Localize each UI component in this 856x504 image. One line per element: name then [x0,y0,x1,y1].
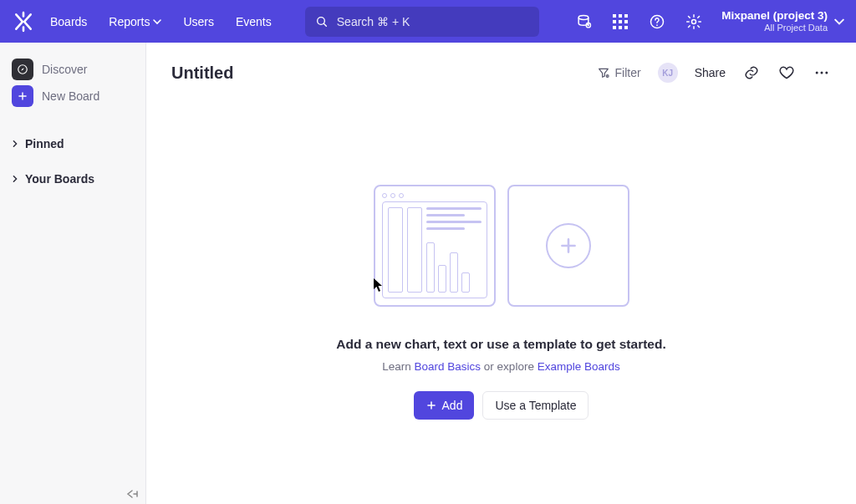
sidebar-discover[interactable]: Discover [8,56,137,83]
project-info: Mixpanel (project 3) All Project Data [721,9,828,33]
apps-icon[interactable] [611,13,629,31]
svg-point-19 [825,72,828,74]
svg-rect-10 [619,26,622,29]
search-icon [315,15,329,28]
app-logo[interactable] [8,7,38,37]
chevron-right-icon [12,176,18,182]
sidebar-new-board-label: New Board [42,89,99,103]
sidebar-section-pinned-label: Pinned [25,137,64,150]
sidebar-section-your-boards[interactable]: Your Boards [8,166,137,191]
chevron-down-icon [153,18,161,26]
svg-point-18 [821,72,823,74]
sidebar-discover-label: Discover [42,63,87,76]
discover-icon [12,59,33,80]
svg-rect-6 [613,20,616,23]
svg-point-14 [692,19,696,23]
link-example-boards[interactable]: Example Boards [538,360,620,373]
board-header: Untitled Filter KJ Share [146,43,856,93]
svg-rect-9 [613,26,616,29]
svg-rect-3 [613,14,616,18]
lexicon-icon[interactable] [574,13,593,31]
search-placeholder: Search ⌘ + K [337,15,410,28]
empty-state: Add a new chart, text or use a template … [146,93,856,504]
empty-actions: Add Use a Template [414,391,589,420]
empty-subtitle: Learn Board Basics or explore Example Bo… [382,360,619,373]
global-search[interactable]: Search ⌘ + K [305,7,539,37]
svg-point-1 [578,15,588,19]
svg-rect-8 [624,20,628,23]
add-button-label: Add [442,399,463,412]
sidebar-section-pinned[interactable]: Pinned [8,131,137,156]
project-subtitle: All Project Data [764,23,828,33]
nav-reports[interactable]: Reports [109,15,161,28]
illustration-add [507,185,629,307]
svg-point-13 [656,24,658,26]
main-content: Untitled Filter KJ Share [146,43,856,504]
sidebar: Discover New Board Pinned Your Boards [0,43,146,504]
nav-boards[interactable]: Boards [50,15,87,28]
settings-icon[interactable] [685,13,703,31]
share-button[interactable]: Share [695,66,726,79]
svg-rect-5 [624,14,628,18]
empty-illustration [374,185,629,307]
favorite-button[interactable] [777,64,796,82]
illustration-dashboard [374,185,496,307]
sidebar-collapse[interactable] [124,487,140,501]
main-nav: Boards Reports Users Events [50,15,272,28]
chevron-right-icon [12,140,18,147]
copy-link-button[interactable] [742,64,761,82]
project-switcher[interactable]: Mixpanel (project 3) All Project Data [721,9,844,33]
svg-rect-7 [619,20,622,23]
help-icon[interactable] [648,13,666,31]
empty-or-explore: or explore [481,360,538,373]
svg-rect-4 [619,14,622,18]
filter-label: Filter [615,66,641,79]
plus-icon [558,235,579,257]
empty-title: Add a new chart, text or use a template … [336,337,665,352]
chevron-down-icon [834,17,844,27]
nav-reports-label: Reports [109,15,150,28]
link-board-basics[interactable]: Board Basics [415,360,482,373]
project-title: Mixpanel (project 3) [721,9,828,23]
more-menu-button[interactable] [813,64,831,82]
board-title[interactable]: Untitled [171,64,233,83]
nav-users[interactable]: Users [183,15,214,28]
plus-icon [425,400,437,411]
empty-learn-prefix: Learn [382,360,414,373]
add-button[interactable]: Add [414,391,475,420]
svg-point-17 [816,72,818,74]
plus-icon [12,85,33,107]
sidebar-section-your-boards-label: Your Boards [25,172,94,186]
filter-button[interactable]: Filter [597,66,641,79]
use-template-label: Use a Template [495,399,576,412]
nav-events[interactable]: Events [236,15,272,28]
collaborator-avatar[interactable]: KJ [658,63,678,83]
nav-right: Mixpanel (project 3) All Project Data [574,9,844,33]
use-template-button[interactable]: Use a Template [482,391,588,420]
top-nav: Boards Reports Users Events Search ⌘ + K… [0,0,856,43]
filter-icon [597,66,610,79]
svg-rect-11 [624,26,628,29]
sidebar-new-board[interactable]: New Board [8,83,137,109]
